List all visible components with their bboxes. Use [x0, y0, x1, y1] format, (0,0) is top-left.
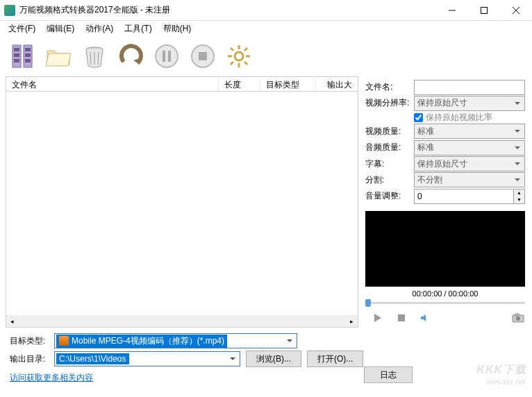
- add-file-button[interactable]: [6, 40, 39, 73]
- keep-ratio-label: 保持原始视频比率: [426, 112, 492, 124]
- video-quality-select[interactable]: 标准: [414, 124, 525, 139]
- svg-line-26: [231, 48, 233, 51]
- stop-button[interactable]: [186, 40, 219, 73]
- maximize-button[interactable]: [468, 0, 500, 21]
- video-preview: [365, 211, 525, 287]
- app-icon: [4, 5, 15, 16]
- svg-rect-33: [515, 314, 519, 316]
- svg-point-32: [516, 316, 520, 321]
- filename-input[interactable]: [414, 80, 525, 95]
- table-header: 文件名 长度 目标类型 输出大小: [6, 76, 358, 92]
- playback-controls: [365, 311, 525, 325]
- stop-playback-button[interactable]: [394, 311, 408, 325]
- svg-rect-18: [168, 51, 171, 62]
- output-dir-value: C:\Users\1\Videos: [59, 354, 126, 364]
- svg-rect-1: [481, 7, 488, 13]
- audio-quality-value: 标准: [417, 142, 434, 153]
- subtitle-select[interactable]: 保持原始尺寸: [414, 156, 525, 171]
- svg-rect-11: [25, 59, 31, 62]
- menu-bar: 文件(F) 编辑(E) 动作(A) 工具(T) 帮助(H): [0, 21, 532, 36]
- file-list-body[interactable]: ◂ ▸: [6, 92, 358, 328]
- time-separator: /: [442, 289, 448, 298]
- audio-quality-select[interactable]: 标准: [414, 140, 525, 155]
- browse-button[interactable]: 浏览(B)...: [246, 350, 301, 367]
- svg-point-21: [235, 52, 243, 60]
- output-dir-select[interactable]: C:\Users\1\Videos: [54, 351, 240, 366]
- column-filename[interactable]: 文件名: [6, 77, 219, 91]
- subtitle-value: 保持原始尺寸: [417, 158, 467, 170]
- minimize-button[interactable]: [436, 0, 468, 21]
- target-type-value: Mobile MPEG-4视频编码（推荐）(*.mp4): [72, 335, 224, 347]
- horizontal-scrollbar[interactable]: ◂ ▸: [6, 315, 358, 327]
- volume-down-icon[interactable]: ▼: [514, 196, 524, 203]
- scroll-track[interactable]: [18, 315, 346, 327]
- resolution-select[interactable]: 保持原始尺寸: [414, 96, 525, 111]
- resolution-label: 视频分辨率:: [365, 97, 414, 109]
- target-type-select[interactable]: Mobile MPEG-4视频编码（推荐）(*.mp4): [54, 333, 297, 348]
- column-length[interactable]: 长度: [219, 77, 260, 91]
- related-content-link[interactable]: 访问获取更多相关内容: [10, 372, 93, 384]
- menu-action[interactable]: 动作(A): [80, 22, 119, 36]
- volume-spinner[interactable]: 0 ▲▼: [414, 189, 525, 204]
- svg-line-27: [244, 62, 247, 65]
- scroll-left-icon[interactable]: ◂: [6, 315, 18, 327]
- svg-point-16: [156, 45, 178, 67]
- svg-line-29: [231, 62, 233, 65]
- close-button[interactable]: [500, 0, 532, 21]
- add-folder-button[interactable]: [42, 40, 75, 73]
- title-bar: 万能视频格式转换器2017全能版 - 未注册: [0, 0, 532, 21]
- svg-rect-17: [163, 51, 165, 62]
- split-label: 分割:: [365, 174, 414, 186]
- log-button[interactable]: 日志: [364, 366, 413, 383]
- svg-rect-30: [398, 314, 405, 321]
- convert-button[interactable]: [114, 40, 147, 73]
- scroll-right-icon[interactable]: ▸: [346, 315, 358, 327]
- properties-pane: 文件名: 视频分辨率: 保持原始尺寸 保持原始视频比率 视频质量: 标准 音频质…: [361, 76, 532, 328]
- window-buttons: [436, 0, 532, 21]
- filename-label: 文件名:: [365, 81, 414, 93]
- svg-rect-10: [25, 53, 31, 57]
- svg-rect-6: [14, 48, 19, 51]
- seek-thumb[interactable]: [365, 299, 371, 307]
- pause-button[interactable]: [150, 40, 183, 73]
- time-total: 00:00:00: [449, 289, 479, 298]
- audio-quality-label: 音频质量:: [365, 142, 414, 153]
- volume-value[interactable]: 0: [414, 189, 514, 204]
- menu-help[interactable]: 帮助(H): [158, 22, 197, 36]
- mp4-icon: [59, 336, 69, 346]
- subtitle-label: 字幕:: [365, 158, 414, 170]
- svg-rect-9: [25, 48, 31, 51]
- time-current: 00:00:00: [413, 289, 442, 298]
- resolution-value: 保持原始尺寸: [417, 97, 467, 109]
- video-quality-label: 视频质量:: [365, 126, 414, 137]
- menu-edit[interactable]: 编辑(E): [41, 22, 80, 36]
- column-target-type[interactable]: 目标类型: [260, 77, 316, 91]
- toolbar: [0, 36, 532, 76]
- svg-rect-8: [14, 59, 19, 62]
- svg-rect-20: [199, 52, 207, 60]
- split-select[interactable]: 不分割: [414, 172, 525, 187]
- delete-button[interactable]: [78, 40, 111, 73]
- snapshot-button[interactable]: [511, 311, 525, 325]
- bottom-panel: 目标类型: Mobile MPEG-4视频编码（推荐）(*.mp4) 输出目录:…: [0, 328, 532, 397]
- play-button[interactable]: [371, 311, 385, 325]
- time-display: 00:00:00 / 00:00:00: [365, 289, 525, 298]
- output-dir-label: 输出目录:: [10, 353, 49, 365]
- volume-label: 音量调整:: [365, 190, 414, 202]
- volume-icon[interactable]: [418, 311, 432, 325]
- keep-ratio-checkbox[interactable]: [414, 113, 423, 122]
- column-output-size[interactable]: 输出大小: [316, 77, 358, 91]
- settings-button[interactable]: [222, 40, 256, 73]
- file-list-pane: 文件名 长度 目标类型 输出大小 ◂ ▸: [0, 76, 361, 328]
- video-quality-value: 标准: [417, 126, 434, 137]
- svg-line-28: [244, 48, 247, 51]
- menu-tools[interactable]: 工具(T): [119, 22, 157, 36]
- window-title: 万能视频格式转换器2017全能版 - 未注册: [19, 4, 436, 16]
- open-button[interactable]: 打开(O)...: [307, 350, 363, 367]
- menu-file[interactable]: 文件(F): [3, 22, 41, 36]
- seek-slider[interactable]: [365, 302, 525, 304]
- volume-up-icon[interactable]: ▲: [514, 189, 524, 196]
- split-value: 不分割: [417, 174, 442, 186]
- target-type-label: 目标类型:: [10, 335, 49, 347]
- svg-rect-7: [14, 53, 19, 57]
